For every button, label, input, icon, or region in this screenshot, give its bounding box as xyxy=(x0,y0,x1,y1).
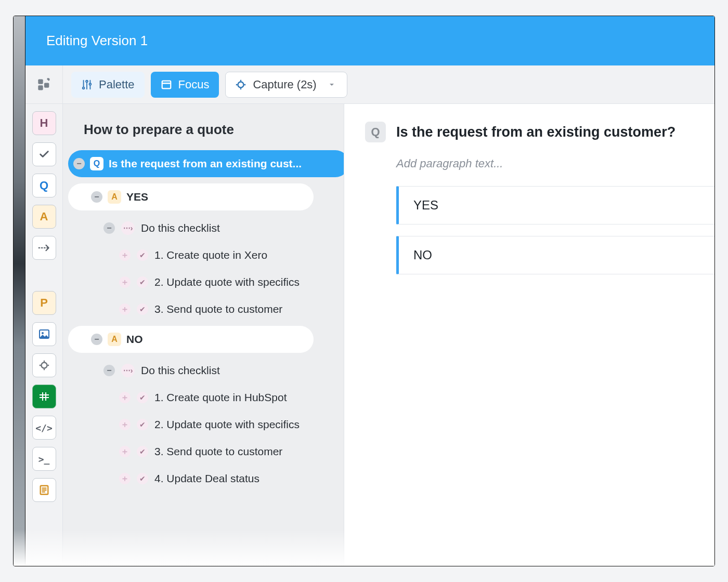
rail-check[interactable] xyxy=(32,142,56,166)
rail-process[interactable]: P xyxy=(32,291,56,315)
subprocess-icon: ⋯› xyxy=(121,221,135,235)
add-icon[interactable]: ＋ xyxy=(119,276,131,288)
outline-item-label: 2. Update quote with specifics xyxy=(154,276,300,288)
question-badge-icon: Q xyxy=(365,122,386,142)
check-icon: ✔ xyxy=(137,446,148,457)
outline-question-label: Is the request from an existing cust... xyxy=(109,157,302,170)
svg-rect-3 xyxy=(162,81,171,88)
rail-capture[interactable] xyxy=(32,353,56,377)
rail-table[interactable] xyxy=(32,385,56,408)
outline-subprocess-label: Do this checklist xyxy=(141,222,220,234)
outline-answer-label: YES xyxy=(126,191,148,203)
check-icon: ✔ xyxy=(137,473,148,484)
outline-question-selected[interactable]: − Q Is the request from an existing cust… xyxy=(68,150,344,177)
add-icon[interactable]: ＋ xyxy=(119,249,131,261)
answer-option-yes[interactable]: YES xyxy=(396,186,714,224)
outline-check-item[interactable]: ＋ ✔ 4. Update Deal status xyxy=(63,467,344,490)
collapse-icon[interactable]: − xyxy=(103,222,115,234)
outline-item-label: 3. Send quote to customer xyxy=(154,303,282,315)
check-icon: ✔ xyxy=(137,392,148,403)
add-icon[interactable]: ＋ xyxy=(119,419,131,430)
page-title: Editing Version 1 xyxy=(46,33,148,49)
decorative-edge xyxy=(14,16,25,566)
svg-rect-2 xyxy=(44,83,49,87)
rail-image[interactable] xyxy=(32,322,56,346)
layout-icon xyxy=(161,79,172,90)
capture-icon xyxy=(235,79,246,90)
outline-title: How to prepare a quote xyxy=(63,104,344,150)
outline-check-item[interactable]: ＋ ✔ 3. Send quote to customer xyxy=(63,298,344,321)
outline-item-label: 2. Update quote with specifics xyxy=(154,418,300,431)
add-icon[interactable]: ＋ xyxy=(119,473,131,484)
svg-point-7 xyxy=(41,363,47,368)
palette-label: Palette xyxy=(99,78,135,91)
focus-button[interactable]: Focus xyxy=(151,72,219,98)
focus-label: Focus xyxy=(178,78,210,91)
outline-panel: How to prepare a quote − Q Is the reques… xyxy=(63,104,344,566)
svg-rect-1 xyxy=(38,85,43,90)
add-icon[interactable]: ＋ xyxy=(119,303,131,315)
outline-item-label: 1. Create quote in HubSpot xyxy=(154,391,287,404)
paragraph-placeholder[interactable]: Add paragraph text... xyxy=(396,157,714,170)
outline-subprocess[interactable]: − ⋯› Do this checklist xyxy=(63,217,344,240)
outline-subprocess-label: Do this checklist xyxy=(141,364,220,377)
answer-option-no[interactable]: NO xyxy=(396,236,714,274)
rail-question[interactable]: Q xyxy=(32,174,56,197)
svg-point-4 xyxy=(238,82,244,87)
toolbar: Palette Focus Capture (2s) xyxy=(25,65,714,104)
answer-badge-icon: A xyxy=(108,333,121,346)
capture-label: Capture (2s) xyxy=(253,78,316,91)
outline-item-label: 3. Send quote to customer xyxy=(154,445,282,458)
check-icon: ✔ xyxy=(137,249,148,261)
svg-rect-0 xyxy=(38,79,43,84)
answer-badge-icon: A xyxy=(108,190,121,204)
dashboard-icon[interactable] xyxy=(37,77,51,92)
outline-check-item[interactable]: ＋ ✔ 2. Update quote with specifics xyxy=(63,413,344,436)
element-rail: H Q A P </> xyxy=(25,104,63,566)
sliders-icon xyxy=(81,79,93,90)
outline-answer-yes[interactable]: − A YES xyxy=(68,183,314,210)
rail-terminal[interactable]: >_ xyxy=(32,447,56,471)
collapse-icon[interactable]: − xyxy=(91,191,102,203)
check-icon: ✔ xyxy=(137,419,148,430)
palette-button[interactable]: Palette xyxy=(71,72,145,98)
outline-answer-label: NO xyxy=(126,333,143,346)
svg-rect-8 xyxy=(40,392,49,401)
check-icon: ✔ xyxy=(137,276,148,288)
question-badge-icon: Q xyxy=(90,157,103,170)
outline-item-label: 4. Update Deal status xyxy=(154,472,259,485)
question-title[interactable]: Is the request from an existing customer… xyxy=(396,124,675,140)
capture-button[interactable]: Capture (2s) xyxy=(225,72,347,98)
outline-check-item[interactable]: ＋ ✔ 1. Create quote in HubSpot xyxy=(63,386,344,409)
check-icon: ✔ xyxy=(137,303,148,315)
rail-doc[interactable] xyxy=(32,478,56,502)
rail-code[interactable]: </> xyxy=(32,416,56,440)
svg-point-6 xyxy=(42,332,44,334)
rail-heading[interactable]: H xyxy=(32,111,56,135)
outline-check-item[interactable]: ＋ ✔ 1. Create quote in Xero xyxy=(63,244,344,267)
add-icon[interactable]: ＋ xyxy=(119,446,131,457)
rail-subprocess[interactable] xyxy=(32,236,56,260)
outline-check-item[interactable]: ＋ ✔ 2. Update quote with specifics xyxy=(63,271,344,294)
chevron-down-icon xyxy=(326,79,337,90)
rail-answer[interactable]: A xyxy=(32,205,56,229)
add-icon[interactable]: ＋ xyxy=(119,392,131,403)
collapse-icon[interactable]: − xyxy=(73,158,85,169)
outline-check-item[interactable]: ＋ ✔ 3. Send quote to customer xyxy=(63,440,344,463)
collapse-icon[interactable]: − xyxy=(91,334,102,345)
outline-subprocess[interactable]: − ⋯› Do this checklist xyxy=(63,359,344,382)
subprocess-icon: ⋯› xyxy=(121,364,135,377)
collapse-icon[interactable]: − xyxy=(103,365,115,376)
page-header: Editing Version 1 xyxy=(25,16,714,65)
outline-item-label: 1. Create quote in Xero xyxy=(154,249,267,261)
outline-answer-no[interactable]: − A NO xyxy=(68,326,314,353)
detail-panel: Q Is the request from an existing custom… xyxy=(344,104,714,566)
